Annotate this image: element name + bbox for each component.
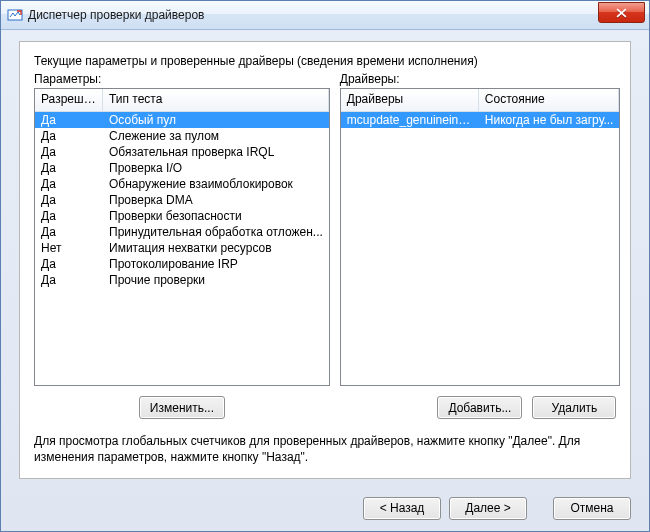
table-row[interactable]: ДаПрочие проверки: [35, 272, 329, 288]
table-row[interactable]: ДаПроверка I/O: [35, 160, 329, 176]
table-row[interactable]: ДаСлежение за пулом: [35, 128, 329, 144]
cell-allowed: Да: [35, 128, 103, 144]
drivers-panel: Драйверы: Драйверы Состояние mcupdate_ge…: [340, 72, 621, 419]
cell-allowed: Да: [35, 256, 103, 272]
cell-test: Обязательная проверка IRQL: [103, 144, 329, 160]
cell-driver: mcupdate_genuineintel.dll: [341, 112, 479, 128]
add-button[interactable]: Добавить...: [437, 396, 522, 419]
close-button[interactable]: [598, 2, 645, 23]
cell-test: Прочие проверки: [103, 272, 329, 288]
close-icon: [616, 8, 627, 18]
remove-button[interactable]: Удалить: [532, 396, 616, 419]
content-panel: Текущие параметры и проверенные драйверы…: [19, 41, 631, 479]
cell-state: Никогда не был загру...: [479, 112, 620, 128]
cell-allowed: Да: [35, 176, 103, 192]
table-row[interactable]: ДаПроверка DMA: [35, 192, 329, 208]
parameters-panel: Параметры: Разреше... Тип теста ДаОсобый…: [34, 72, 330, 419]
table-row[interactable]: ДаПроверки безопасности: [35, 208, 329, 224]
panels-container: Параметры: Разреше... Тип теста ДаОсобый…: [34, 72, 616, 419]
table-row[interactable]: ДаПринудительная обработка отложен...: [35, 224, 329, 240]
change-button[interactable]: Изменить...: [139, 396, 225, 419]
cell-test: Проверка DMA: [103, 192, 329, 208]
cell-test: Проверка I/O: [103, 160, 329, 176]
next-button[interactable]: Далее >: [449, 497, 527, 520]
cell-test: Принудительная обработка отложен...: [103, 224, 329, 240]
table-row[interactable]: ДаОсобый пул: [35, 112, 329, 128]
drivers-listview[interactable]: Драйверы Состояние mcupdate_genuineintel…: [340, 88, 621, 386]
table-row[interactable]: ДаПротоколирование IRP: [35, 256, 329, 272]
parameters-label: Параметры:: [34, 72, 330, 86]
col-state[interactable]: Состояние: [479, 89, 620, 111]
table-row[interactable]: mcupdate_genuineintel.dllНикогда не был …: [341, 112, 620, 128]
col-test[interactable]: Тип теста: [103, 89, 329, 111]
cell-allowed: Да: [35, 160, 103, 176]
cell-test: Протоколирование IRP: [103, 256, 329, 272]
col-allowed[interactable]: Разреше...: [35, 89, 103, 111]
parameters-header: Разреше... Тип теста: [35, 89, 329, 112]
cell-allowed: Да: [35, 144, 103, 160]
cell-test: Проверки безопасности: [103, 208, 329, 224]
cell-test: Имитация нехватки ресурсов: [103, 240, 329, 256]
cell-test: Особый пул: [103, 112, 329, 128]
hint-text: Для просмотра глобальных счетчиков для п…: [34, 433, 616, 465]
parameters-button-row: Изменить...: [34, 396, 330, 419]
table-row[interactable]: НетИмитация нехватки ресурсов: [35, 240, 329, 256]
titlebar: Диспетчер проверки драйверов: [1, 1, 649, 30]
wizard-footer: < Назад Далее > Отмена: [1, 485, 649, 531]
cell-allowed: Да: [35, 192, 103, 208]
drivers-header: Драйверы Состояние: [341, 89, 620, 112]
parameters-body[interactable]: ДаОсобый пулДаСлежение за пуломДаОбязате…: [35, 112, 329, 385]
drivers-button-row: Добавить... Удалить: [340, 396, 621, 419]
page-heading: Текущие параметры и проверенные драйверы…: [34, 54, 616, 68]
cell-allowed: Да: [35, 112, 103, 128]
table-row[interactable]: ДаОбязательная проверка IRQL: [35, 144, 329, 160]
driver-verifier-window: Диспетчер проверки драйверов Текущие пар…: [0, 0, 650, 532]
window-title: Диспетчер проверки драйверов: [28, 8, 598, 22]
drivers-label: Драйверы:: [340, 72, 621, 86]
app-icon: [7, 7, 23, 23]
cell-test: Обнаружение взаимоблокировок: [103, 176, 329, 192]
col-driver[interactable]: Драйверы: [341, 89, 479, 111]
cell-allowed: Нет: [35, 240, 103, 256]
cancel-button[interactable]: Отмена: [553, 497, 631, 520]
back-button[interactable]: < Назад: [363, 497, 441, 520]
cell-allowed: Да: [35, 224, 103, 240]
cell-allowed: Да: [35, 272, 103, 288]
cell-test: Слежение за пулом: [103, 128, 329, 144]
cell-allowed: Да: [35, 208, 103, 224]
drivers-body[interactable]: mcupdate_genuineintel.dllНикогда не был …: [341, 112, 620, 385]
parameters-listview[interactable]: Разреше... Тип теста ДаОсобый пулДаСлеже…: [34, 88, 330, 386]
table-row[interactable]: ДаОбнаружение взаимоблокировок: [35, 176, 329, 192]
